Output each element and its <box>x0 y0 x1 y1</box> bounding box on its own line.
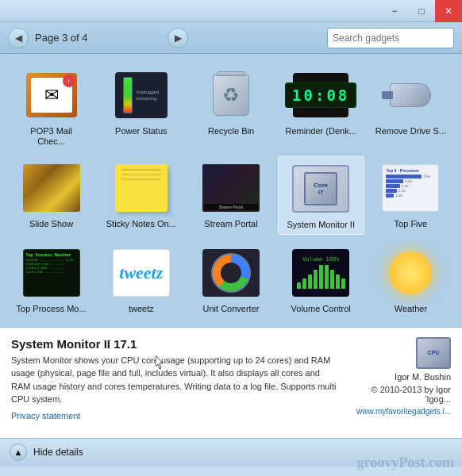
detail-right: CPU Igor M. Bushin © 2010-2013 by Igor '… <box>348 337 451 422</box>
title-bar: − □ ✕ <box>0 0 462 22</box>
gadget-label-recycle: Recycle Bin <box>208 126 254 136</box>
gadget-recycle[interactable]: ♻ Recycle Bin <box>187 63 274 150</box>
gadget-label-power: Power Status <box>115 126 167 136</box>
prev-page-button[interactable]: ◀ <box>8 28 29 48</box>
gadget-label-streamportal: Stream Portal <box>204 219 257 229</box>
detail-info: System Monitor II 17.1 System Monitor sh… <box>11 337 338 422</box>
hide-details-label: Hide details <box>33 447 83 458</box>
gadget-reminder[interactable]: 10:08 Reminder (Denk... <box>278 63 364 150</box>
gadget-icon-stickynotes <box>111 159 171 217</box>
detail-website-link[interactable]: www.myfavoritegadgets.i... <box>356 407 451 416</box>
gadget-topfive[interactable]: Top 5 - Processor 7.9%5.5%5.1%2.1%1.5% T… <box>368 156 454 234</box>
page-indicator: Page 3 of 4 <box>35 32 161 44</box>
gadget-label-volume: Volume Control <box>291 304 351 314</box>
detail-cpu-icon: CPU <box>416 337 451 369</box>
window-controls: − □ ✕ <box>381 0 462 22</box>
gadget-icon-volume: Volume 100% <box>291 244 351 301</box>
gadget-label-stickynotes: Sticky Notes On... <box>106 219 176 229</box>
gadget-streamportal[interactable]: Stream Portal Stream Portal <box>187 156 274 234</box>
gadget-label-topfive: Top Five <box>395 219 428 229</box>
gadget-icon-power: Unplugged remaining <box>111 67 171 124</box>
gadgets-area: ✉ ! POP3 Mail Chec... Unplugged remainin… <box>0 54 462 327</box>
gadget-removedrive[interactable]: Remove Drive S... <box>368 63 454 150</box>
gadget-topprocess[interactable]: Top Process Monitor System .............… <box>8 241 94 317</box>
gadget-stickynotes[interactable]: Sticky Notes On... <box>98 156 184 234</box>
gadget-pmail[interactable]: ✉ ! POP3 Mail Chec... <box>8 63 94 150</box>
gadget-icon-slideshow <box>21 159 82 217</box>
gadget-icon-reminder: 10:08 <box>291 67 351 124</box>
gadget-label-unitconv: Unit Converter <box>203 304 260 314</box>
gadget-icon-tweetz: tweetz <box>111 244 171 301</box>
gadget-label-removedrive: Remove Drive S... <box>375 126 446 136</box>
gadget-sysmon[interactable]: Corei7 System Monitor II <box>278 156 364 234</box>
gadget-power[interactable]: Unplugged remaining Power Status <box>98 63 184 150</box>
search-box[interactable]: 🔍 <box>327 28 454 48</box>
gadget-weather[interactable]: Weather <box>368 241 454 317</box>
gadget-unitconv[interactable]: Unit Converter <box>187 241 274 317</box>
detail-title: System Monitor II 17.1 <box>11 337 338 351</box>
gadget-icon-topfive: Top 5 - Processor 7.9%5.5%5.1%2.1%1.5% <box>380 159 441 217</box>
gadget-tweetz[interactable]: tweetz tweetz <box>98 241 184 317</box>
detail-description: System Monitor shows your CPU core usage… <box>11 354 338 406</box>
gadgets-grid: ✉ ! POP3 Mail Chec... Unplugged remainin… <box>8 63 454 317</box>
search-input[interactable] <box>328 29 454 48</box>
gadget-label-tweetz: tweetz <box>129 304 154 314</box>
next-page-button[interactable]: ▶ <box>167 28 188 48</box>
nav-bar: ◀ Page 3 of 4 ▶ 🔍 <box>0 22 462 54</box>
hide-details-arrow[interactable]: ▲ <box>10 443 27 461</box>
detail-copyright: © 2010-2013 by Igor 'Igog... <box>348 385 451 404</box>
gadget-icon-weather <box>380 244 441 301</box>
gadget-label-slideshow: Slide Show <box>29 219 73 229</box>
gadget-slideshow[interactable]: Slide Show <box>8 156 94 234</box>
gadget-icon-removedrive <box>380 67 441 124</box>
restore-button[interactable]: □ <box>408 0 435 22</box>
minimize-button[interactable]: − <box>381 0 408 22</box>
gadget-icon-sysmon: Corei7 <box>291 160 351 217</box>
gadget-volume[interactable]: Volume 100% Volume Control <box>278 241 364 317</box>
gadget-icon-unitconv <box>201 244 261 301</box>
gadget-label-weather: Weather <box>395 304 427 314</box>
gadget-icon-streamportal: Stream Portal <box>201 159 261 217</box>
gadget-label-reminder: Reminder (Denk... <box>286 126 356 136</box>
gadget-label-topprocess: Top Process Mo... <box>17 304 87 314</box>
gadget-label-pmail: POP3 Mail Chec... <box>16 126 87 147</box>
gadget-icon-topprocess: Top Process Monitor System .............… <box>21 244 82 301</box>
privacy-link[interactable]: Privacy statement <box>11 411 80 420</box>
gadget-icon-pmail: ✉ ! <box>21 67 82 124</box>
detail-author: Igor M. Bushin <box>395 372 451 382</box>
gadget-icon-recycle: ♻ <box>201 67 261 124</box>
gadget-label-sysmon: System Monitor II <box>287 220 355 230</box>
footer-bar: ▲ Hide details <box>0 438 462 466</box>
close-button[interactable]: ✕ <box>435 0 462 22</box>
detail-section: System Monitor II 17.1 System Monitor sh… <box>0 327 462 438</box>
